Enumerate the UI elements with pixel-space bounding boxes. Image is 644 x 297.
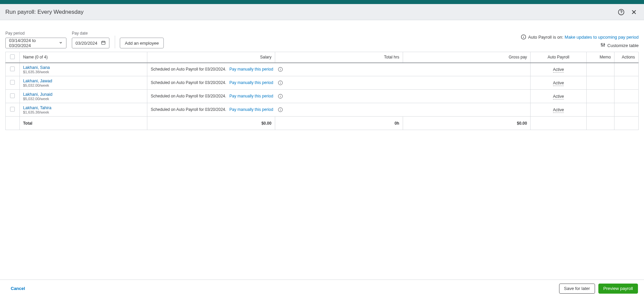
scheduled-text: Scheduled on Auto Payroll for 03/20/2024… bbox=[151, 67, 226, 72]
svg-point-22 bbox=[280, 82, 280, 82]
info-icon bbox=[521, 34, 526, 40]
scheduled-text: Scheduled on Auto Payroll for 03/20/2024… bbox=[151, 80, 226, 85]
col-autopayroll-header: Auto Payroll bbox=[531, 52, 587, 63]
calendar-icon bbox=[101, 40, 106, 46]
footer-bar: Cancel Save for later Preview payroll bbox=[0, 280, 644, 297]
pay-manually-link[interactable]: Pay manually this period bbox=[229, 94, 273, 98]
pay-date-input[interactable]: 03/20/2024 bbox=[72, 38, 109, 48]
svg-point-28 bbox=[280, 109, 280, 109]
employee-rate: $5,032.00/week bbox=[23, 83, 144, 87]
row-checkbox[interactable] bbox=[10, 80, 15, 85]
row-checkbox[interactable] bbox=[10, 107, 15, 112]
total-hrs: 0h bbox=[275, 117, 403, 130]
help-icon[interactable] bbox=[616, 7, 626, 17]
employee-name-link[interactable]: Lakhani, Tahira bbox=[23, 105, 144, 110]
pay-period-select[interactable]: 03/14/2024 to 03/20/2024 bbox=[5, 38, 66, 48]
scheduled-text: Scheduled on Auto Payroll for 03/20/2024… bbox=[151, 107, 226, 112]
table-header-row: Name (0 of 4) Salary Total hrs Gross pay… bbox=[6, 52, 639, 63]
chevron-down-icon bbox=[59, 41, 63, 46]
pay-date-value: 03/20/2024 bbox=[76, 41, 97, 46]
auto-payroll-status-badge: Active bbox=[553, 108, 564, 113]
table-total-row: Total $0.00 0h $0.00 bbox=[6, 117, 639, 130]
row-checkbox[interactable] bbox=[10, 67, 15, 71]
scheduled-text: Scheduled on Auto Payroll for 03/20/2024… bbox=[151, 94, 226, 98]
auto-payroll-status: Auto Payroll is on: Make updates to upco… bbox=[521, 34, 639, 40]
auto-payroll-link[interactable]: Make updates to upcoming pay period bbox=[565, 35, 639, 40]
svg-point-1 bbox=[621, 13, 621, 13]
info-icon[interactable] bbox=[278, 67, 283, 72]
col-name-header: Name (0 of 4) bbox=[19, 52, 147, 63]
total-salary: $0.00 bbox=[147, 117, 275, 130]
pay-period-label: Pay period bbox=[5, 31, 66, 36]
employee-rate: $1,635.38/week bbox=[23, 70, 144, 74]
actions-cell bbox=[614, 76, 639, 90]
col-totalhrs-header: Total hrs bbox=[275, 52, 403, 63]
customize-label: Customize table bbox=[607, 43, 639, 48]
auto-payroll-status-badge: Active bbox=[553, 67, 564, 73]
pay-period-value: 03/14/2024 to 03/20/2024 bbox=[9, 38, 59, 48]
pay-manually-link[interactable]: Pay manually this period bbox=[229, 67, 273, 72]
table-row: Lakhani, Sana $1,635.38/week Scheduled o… bbox=[6, 63, 639, 76]
total-gross: $0.00 bbox=[403, 117, 531, 130]
vertical-divider bbox=[115, 36, 115, 48]
svg-rect-4 bbox=[102, 41, 105, 44]
table-row: Lakhani, Tahira $1,635.38/week Scheduled… bbox=[6, 103, 639, 117]
svg-point-12 bbox=[601, 44, 602, 45]
payroll-table: Name (0 of 4) Salary Total hrs Gross pay… bbox=[5, 52, 639, 130]
preview-payroll-label: Preview payroll bbox=[603, 286, 633, 291]
total-label: Total bbox=[19, 117, 147, 130]
add-employee-button[interactable]: Add an employee bbox=[120, 38, 164, 48]
table-row: Lakhani, Jawad $5,032.00/week Scheduled … bbox=[6, 76, 639, 90]
svg-point-16 bbox=[604, 44, 605, 45]
app-top-strip bbox=[0, 0, 644, 4]
pay-manually-link[interactable]: Pay manually this period bbox=[229, 107, 273, 112]
employee-name-link[interactable]: Lakhani, Jawad bbox=[23, 79, 144, 83]
page-title: Run payroll: Every Wednesday bbox=[5, 9, 84, 15]
info-icon[interactable] bbox=[278, 80, 283, 85]
customize-table-button[interactable]: Customize table bbox=[600, 42, 639, 48]
memo-cell bbox=[586, 63, 614, 76]
add-employee-label: Add an employee bbox=[125, 41, 159, 46]
pay-period-field: Pay period 03/14/2024 to 03/20/2024 bbox=[5, 31, 66, 48]
select-all-checkbox[interactable] bbox=[10, 54, 15, 59]
auto-payroll-text: Auto Payroll is on: bbox=[528, 35, 563, 40]
close-icon[interactable] bbox=[629, 7, 639, 17]
pay-date-label: Pay date bbox=[72, 31, 109, 36]
col-grosspay-header: Gross pay bbox=[403, 52, 531, 63]
actions-cell bbox=[614, 63, 639, 76]
col-salary-header: Salary bbox=[147, 52, 275, 63]
svg-point-25 bbox=[280, 95, 280, 95]
controls-row: Pay period 03/14/2024 to 03/20/2024 Pay … bbox=[0, 20, 644, 52]
svg-point-14 bbox=[602, 45, 603, 46]
memo-cell bbox=[586, 76, 614, 90]
svg-point-10 bbox=[523, 36, 524, 36]
table-row: Lakhani, Junaid $5,032.00/week Scheduled… bbox=[6, 90, 639, 103]
svg-point-0 bbox=[618, 9, 624, 15]
save-for-later-label: Save for later bbox=[564, 286, 590, 291]
info-icon[interactable] bbox=[278, 107, 283, 112]
cancel-button[interactable]: Cancel bbox=[11, 286, 25, 291]
auto-payroll-status-badge: Active bbox=[553, 94, 564, 99]
page-header: Run payroll: Every Wednesday bbox=[0, 4, 644, 20]
memo-cell bbox=[586, 103, 614, 117]
memo-cell bbox=[586, 90, 614, 103]
svg-point-19 bbox=[280, 68, 280, 69]
employee-name-link[interactable]: Lakhani, Junaid bbox=[23, 92, 144, 97]
actions-cell bbox=[614, 90, 639, 103]
save-for-later-button[interactable]: Save for later bbox=[559, 284, 595, 294]
row-checkbox[interactable] bbox=[10, 93, 15, 98]
pay-date-field: Pay date 03/20/2024 bbox=[72, 31, 109, 48]
pay-manually-link[interactable]: Pay manually this period bbox=[229, 80, 273, 85]
employee-name-link[interactable]: Lakhani, Sana bbox=[23, 65, 144, 70]
employee-rate: $5,032.00/week bbox=[23, 97, 144, 101]
employee-rate: $1,635.38/week bbox=[23, 110, 144, 114]
col-memo-header: Memo bbox=[586, 52, 614, 63]
sliders-icon bbox=[600, 42, 607, 48]
auto-payroll-status-badge: Active bbox=[553, 81, 564, 86]
actions-cell bbox=[614, 103, 639, 117]
col-actions-header: Actions bbox=[614, 52, 639, 63]
preview-payroll-button[interactable]: Preview payroll bbox=[598, 284, 638, 294]
info-icon[interactable] bbox=[278, 94, 283, 99]
